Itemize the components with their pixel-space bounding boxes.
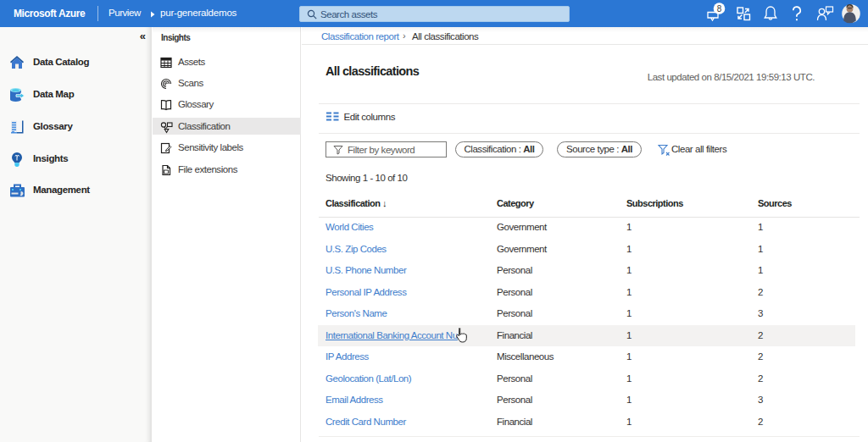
svg-text:8: 8	[717, 4, 722, 14]
